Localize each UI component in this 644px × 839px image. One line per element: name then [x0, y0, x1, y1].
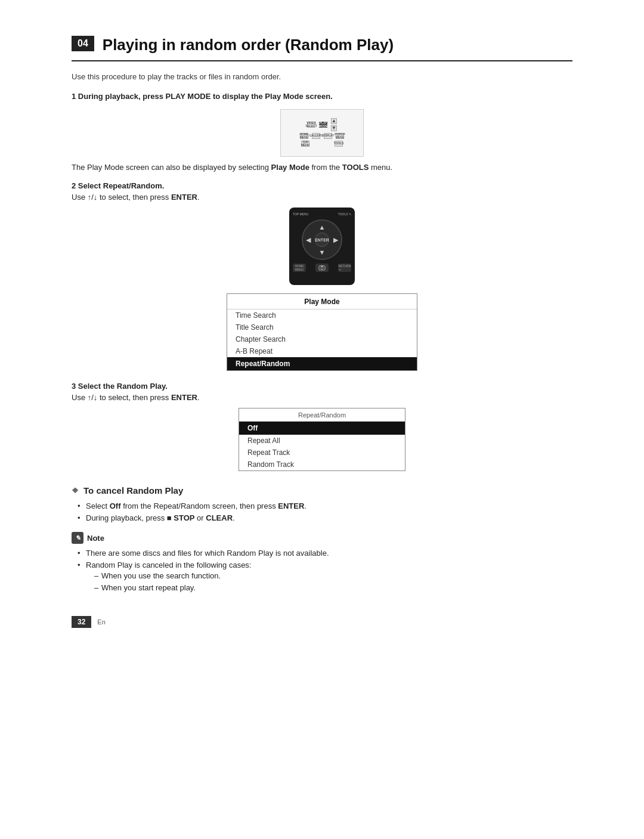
play-mode-item-chapter-search: Chapter Search — [227, 333, 417, 345]
nav-left-arrow: ◀ — [306, 236, 311, 244]
remote-control-top: VIDEOSELECT PLAY MODE ▲ ▼ HOMEMENU GALLE… — [280, 109, 364, 157]
section-header: 04 Playing in random order (Random Play) — [72, 36, 572, 61]
step3-subtext: Use ↑/↓ to select, then press ENTER. — [72, 393, 572, 402]
nav-remote-image: TOP MENU TOOLS ✎ ▲ ◀ ENTER ▶ ▼ HOMEMENU … — [72, 208, 572, 285]
home-menu-nav-btn: HOMEMENU — [293, 264, 306, 272]
top-menu-btn: TOP MENU — [301, 141, 309, 147]
play-mode-item-ab-repeat: A-B Repeat — [227, 345, 417, 357]
note-item-2: Random Play is canceled in the following… — [78, 561, 572, 592]
note-sub-item-2: When you start repeat play. — [86, 583, 572, 592]
page-lang: En — [97, 618, 105, 626]
play-mode-btn: PLAY MODE — [319, 122, 327, 128]
remote-top-image: VIDEOSELECT PLAY MODE ▲ ▼ HOMEMENU GALLE… — [72, 109, 572, 157]
diamond-icon: ❖ — [72, 486, 79, 495]
section-number: 04 — [72, 36, 94, 51]
repeat-item-repeat-track: Repeat Track — [239, 447, 405, 459]
nav-up-arrow: ▲ — [319, 224, 326, 231]
tools-label: TOOLS ✎ — [338, 212, 351, 216]
step1-description: The Play Mode screen can also be display… — [72, 163, 572, 172]
repeat-item-random-track: Random Track — [239, 459, 405, 470]
svg-point-1 — [321, 267, 323, 270]
repeat-random-screen: Repeat/Random Off Repeat All Repeat Trac… — [239, 408, 405, 471]
note-label: Note — [87, 534, 104, 543]
play-mode-item-time-search: Time Search — [227, 309, 417, 321]
popup-menu-btn: POPUP MENU — [336, 133, 344, 139]
top-menu-label: TOP MENU — [293, 212, 308, 216]
section-title: Playing in random order (Random Play) — [103, 36, 394, 54]
cancel-bullets: Select Off from the Repeat/Random screen… — [72, 501, 572, 522]
note-icon: ✎ — [72, 532, 83, 544]
tools-btn: TOOLS — [335, 141, 343, 147]
play-mode-item-title-search: Title Search — [227, 321, 417, 333]
home-menu-btn: HOMEMENU — [300, 133, 308, 139]
camera-btn — [315, 264, 329, 272]
play-mode-item-repeat-random: Repeat/Random — [227, 357, 417, 370]
note-list: There are some discs and files for which… — [72, 549, 572, 592]
arrow-up-btn: ▲ — [331, 118, 337, 124]
svg-rect-2 — [321, 265, 323, 267]
cancel-header: ❖ To cancel Random Play — [72, 485, 572, 496]
note-header: ✎ Note — [72, 532, 572, 544]
nav-circle: ▲ ◀ ENTER ▶ ▼ — [302, 219, 342, 260]
page-footer: 32 En — [72, 616, 572, 628]
nav-remote-control: TOP MENU TOOLS ✎ ▲ ◀ ENTER ▶ ▼ HOMEMENU … — [289, 208, 355, 285]
step1-header: 1 During playback, press PLAY MODE to di… — [72, 92, 572, 101]
nav-down-arrow: ▼ — [319, 249, 326, 256]
cancel-bullet-1: Select Off from the Repeat/Random screen… — [78, 501, 572, 510]
note-sub-item-1: When you use the search function. — [86, 571, 572, 580]
enter-button: ENTER — [315, 233, 329, 247]
play-mode-title: Play Mode — [227, 294, 417, 309]
step2-header: 2 Select Repeat/Random. — [72, 181, 572, 190]
step3-header: 3 Select the Random Play. — [72, 382, 572, 391]
page-number: 32 — [72, 616, 91, 628]
video-select-btn: VIDEOSELECT — [307, 122, 315, 128]
note-section: ✎ Note There are some discs and files fo… — [72, 532, 572, 592]
note-item-1: There are some discs and files for which… — [78, 549, 572, 558]
return-nav-btn: RETURN↩ — [338, 264, 351, 272]
play-mode-screen: Play Mode Time Search Title Search Chapt… — [227, 293, 417, 371]
display-btn: DISPLAY — [324, 133, 332, 139]
step2-subtext: Use ↑/↓ to select, then press ENTER. — [72, 193, 572, 202]
cancel-bullet-2: During playback, press ■ STOP or CLEAR. — [78, 513, 572, 522]
gallery-btn: GALLERY — [312, 133, 320, 139]
cancel-title: To cancel Random Play — [83, 485, 183, 496]
repeat-random-title: Repeat/Random — [239, 408, 405, 422]
nav-right-arrow: ▶ — [333, 236, 338, 244]
intro-text: Use this procedure to play the tracks or… — [72, 72, 572, 81]
cancel-section: ❖ To cancel Random Play Select Off from … — [72, 485, 572, 522]
repeat-item-off: Off — [239, 422, 405, 435]
arrow-down-btn: ▼ — [331, 125, 337, 131]
repeat-item-repeat-all: Repeat All — [239, 435, 405, 447]
